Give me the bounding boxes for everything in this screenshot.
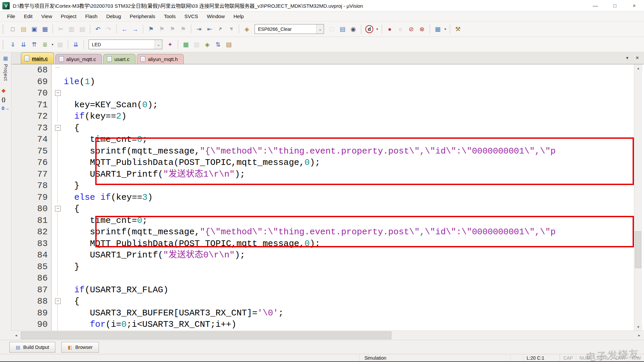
- project-panel-icon[interactable]: ▦: [2, 55, 9, 61]
- toolbar-grip[interactable]: [3, 25, 5, 34]
- vertical-scroll-thumb[interactable]: [635, 231, 641, 268]
- tab-usart.c[interactable]: usart.c: [103, 54, 136, 64]
- menu-debug[interactable]: Debug: [102, 11, 125, 21]
- chevron-down-icon[interactable]: ⌄: [155, 40, 162, 49]
- navigate-forward-icon[interactable]: →: [131, 25, 140, 34]
- disable-all-breakpoints-icon[interactable]: ⊘: [407, 25, 416, 34]
- scroll-up-arrow-icon[interactable]: ▲: [634, 64, 642, 72]
- cut-icon[interactable]: ✂: [56, 25, 65, 34]
- code-text[interactable]: sprintf(mqtt_message,"{\"method\":\"thin…: [64, 145, 556, 157]
- code-text[interactable]: time_cnt=0;: [64, 134, 148, 145]
- horizontal-scroll-thumb[interactable]: [21, 331, 391, 339]
- menu-peripherals[interactable]: Peripherals: [125, 11, 160, 21]
- comment-icon[interactable]: /*: [216, 25, 225, 34]
- tab-list-dropdown-icon[interactable]: ▾: [624, 54, 631, 61]
- code-text[interactable]: sprintf(mqtt_message,"{\"method\":\"thin…: [64, 226, 556, 238]
- undo-icon[interactable]: ↶: [94, 25, 102, 34]
- menu-svcs[interactable]: SVCS: [180, 11, 203, 21]
- tab-aliyun_mqtt.h[interactable]: aliyun_mqtt.h: [137, 54, 184, 64]
- code-text[interactable]: for(i=0;i<USART3_RX_CNT;i++): [64, 319, 236, 330]
- paste-icon[interactable]: ▤: [78, 25, 87, 34]
- menu-project[interactable]: Project: [56, 11, 81, 21]
- tab-close-icon[interactable]: ✕: [634, 54, 641, 61]
- redo-icon[interactable]: ↷: [104, 25, 113, 34]
- build-icon[interactable]: ⇊: [19, 40, 28, 49]
- menu-tools[interactable]: Tools: [160, 11, 180, 21]
- tab-build-output[interactable]: ▤Build Output: [9, 342, 55, 353]
- fold-box[interactable]: −: [52, 296, 64, 307]
- next-bookmark-icon[interactable]: ⚑: [168, 25, 177, 34]
- code-text[interactable]: }: [64, 180, 79, 192]
- menu-view[interactable]: View: [37, 11, 56, 21]
- tab-aliyun_mqtt.c[interactable]: aliyun_mqtt.c: [55, 54, 102, 64]
- clear-bookmarks-icon[interactable]: ⚑: [179, 25, 187, 34]
- translate-file-icon[interactable]: ⇓: [8, 40, 17, 49]
- books-panel-icon[interactable]: ◆: [2, 87, 9, 94]
- save-all-icon[interactable]: ▦: [41, 25, 49, 34]
- find-in-document-icon[interactable]: ▤: [338, 25, 347, 34]
- previous-bookmark-icon[interactable]: ⚑: [157, 25, 166, 34]
- toolbar-grip[interactable]: [3, 40, 5, 49]
- tab-browser[interactable]: ◧Browser: [61, 342, 99, 353]
- code-text[interactable]: MQTT_PublishData(POST_TOPIC,mqtt_message…: [64, 157, 320, 169]
- open-file-icon[interactable]: ▤: [19, 25, 28, 34]
- scroll-right-arrow-icon[interactable]: ►: [635, 331, 643, 340]
- scroll-left-arrow-icon[interactable]: ◄: [12, 331, 20, 340]
- code-text[interactable]: USART1_Printf("发送状态0\r\n");: [64, 249, 245, 261]
- maximize-button[interactable]: □: [605, 0, 625, 11]
- code-text[interactable]: {: [64, 296, 79, 307]
- code-editor[interactable]: 6869ile(1)70−71 key=KEY_Scan(0);72 if(ke…: [11, 64, 634, 330]
- code-text[interactable]: time_cnt=0;: [64, 215, 148, 227]
- layout-dropdown-arrow-icon[interactable]: ▾: [443, 27, 447, 31]
- file-extensions-icon[interactable]: ◈: [203, 40, 212, 49]
- target-options-icon[interactable]: ✦: [166, 40, 174, 49]
- vertical-scrollbar[interactable]: ▲ ▼: [634, 64, 642, 330]
- menu-window[interactable]: Window: [203, 11, 229, 21]
- menu-help[interactable]: Help: [229, 11, 248, 21]
- code-text[interactable]: key=KEY_Scan(0);: [64, 99, 158, 111]
- kill-all-breakpoints-icon[interactable]: ⊗: [418, 25, 426, 34]
- rebuild-icon[interactable]: ⇈: [30, 40, 39, 49]
- fold-box[interactable]: −: [52, 203, 64, 215]
- unindent-icon[interactable]: ⇤: [205, 25, 214, 34]
- tab-main.c[interactable]: main.c: [21, 52, 54, 64]
- debug-dropdown-arrow-icon[interactable]: ▾: [375, 27, 379, 31]
- menu-flash[interactable]: Flash: [81, 11, 102, 21]
- stop-build-icon[interactable]: ▦: [56, 40, 64, 49]
- code-text[interactable]: {: [64, 122, 79, 134]
- code-text[interactable]: {: [64, 203, 79, 215]
- books-icon[interactable]: ▤: [224, 40, 233, 49]
- target-select-combobox[interactable]: LED⌄: [89, 40, 162, 49]
- swap-targets-icon[interactable]: ⇅: [214, 40, 222, 49]
- scroll-down-arrow-icon[interactable]: ▼: [634, 323, 642, 330]
- functions-panel-icon[interactable]: {}: [2, 97, 9, 102]
- copy-icon[interactable]: ▥: [67, 25, 76, 34]
- windows-cascade-icon[interactable]: ▥: [192, 40, 201, 49]
- menu-edit[interactable]: Edit: [19, 11, 37, 21]
- download-load-icon[interactable]: ⇊: [71, 40, 80, 49]
- find-icon[interactable]: □: [327, 25, 336, 34]
- code-text[interactable]: }: [64, 261, 79, 273]
- code-text[interactable]: if(key==2): [64, 111, 126, 122]
- close-button[interactable]: ×: [625, 0, 644, 11]
- horizontal-scrollbar[interactable]: ◄ ►: [11, 330, 644, 340]
- save-icon[interactable]: ▣: [30, 25, 39, 34]
- code-text[interactable]: if(USART3_RX_FLAG): [64, 284, 168, 296]
- templates-panel-icon[interactable]: 0→: [2, 105, 9, 111]
- code-text[interactable]: else if(key==3): [64, 192, 153, 203]
- code-text[interactable]: ile(1): [64, 76, 95, 88]
- code-text[interactable]: USART1_Printf("发送状态1\r\n");: [64, 169, 245, 180]
- find-in-files-icon[interactable]: ◈: [243, 25, 251, 34]
- new-file-icon[interactable]: □: [8, 25, 17, 34]
- fold-box[interactable]: −: [52, 122, 64, 134]
- indent-icon[interactable]: ⇥: [195, 25, 203, 34]
- chevron-down-icon[interactable]: ⌄: [316, 24, 324, 34]
- minimize-button[interactable]: —: [586, 0, 605, 11]
- configuration-wrench-icon[interactable]: ⚒: [453, 25, 462, 34]
- batch-build-icon[interactable]: ≣: [41, 40, 49, 49]
- insert-breakpoint-icon[interactable]: ●: [385, 25, 394, 34]
- code-text[interactable]: USART3_RX_BUFFER[USART3_RX_CNT]='\0';: [64, 307, 283, 319]
- start-stop-debug-icon[interactable]: d: [365, 25, 373, 33]
- enable-disable-breakpoint-icon[interactable]: ○: [396, 25, 405, 34]
- uncomment-icon[interactable]: */: [227, 25, 235, 34]
